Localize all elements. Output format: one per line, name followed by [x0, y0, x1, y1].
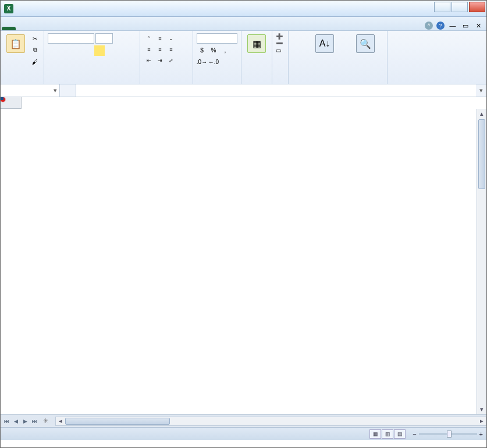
save-button[interactable] [16, 4, 25, 13]
name-box[interactable]: ▾ [1, 84, 60, 97]
increase-decimal-button[interactable]: .0→ [197, 56, 207, 67]
italic-button[interactable] [59, 45, 70, 56]
zoom-thumb[interactable] [447, 431, 452, 438]
shrink-font-button[interactable] [126, 33, 136, 44]
comma-button[interactable]: , [220, 45, 230, 55]
number-format-combo[interactable] [197, 33, 237, 44]
doc-close-button[interactable]: ✕ [474, 21, 483, 30]
editing-group-label [292, 81, 383, 83]
fill-button[interactable] [292, 44, 303, 55]
align-middle-button[interactable]: ≡ [155, 33, 165, 44]
doc-restore-button[interactable]: ▭ [461, 21, 470, 30]
fill-color-button[interactable] [94, 45, 105, 56]
vscroll-thumb[interactable] [478, 119, 485, 189]
decrease-decimal-button[interactable]: ←.0 [208, 56, 219, 67]
zoom-out-button[interactable]: − [413, 431, 416, 438]
styles-icon: ▦ [247, 34, 266, 53]
tab-prev-button[interactable]: ◀ [11, 417, 20, 426]
chevron-down-icon: ▾ [54, 87, 57, 94]
status-bar: ▦ ▥ ▤ − + [1, 427, 486, 440]
quick-access-toolbar [16, 4, 62, 13]
zoom-slider[interactable] [419, 433, 477, 435]
find-select-button[interactable]: 🔍 [347, 33, 383, 55]
font-group-label [48, 81, 136, 83]
scroll-up-button[interactable]: ▴ [477, 109, 486, 119]
scroll-left-button[interactable]: ◂ [56, 417, 65, 425]
styles-group: ▦ [241, 31, 272, 84]
format-painter-button[interactable]: 🖌 [30, 56, 40, 67]
sort-filter-icon: A↓ [315, 34, 334, 53]
insert-cells-button[interactable]: ➕ [276, 33, 285, 40]
insert-function-button[interactable] [60, 84, 76, 97]
grow-font-button[interactable] [114, 33, 125, 44]
qat-more-button[interactable] [52, 4, 62, 13]
font-name-combo[interactable] [48, 33, 94, 44]
sort-filter-button[interactable]: A↓ [305, 33, 344, 55]
clipboard-group: 📋 ✂ ⧉ 🖌 [1, 31, 44, 84]
cut-button[interactable]: ✂ [30, 33, 40, 44]
vertical-scrollbar[interactable]: ▴ ▾ [477, 109, 486, 414]
cells-group: ➕ ➖ ▭ [272, 31, 289, 84]
border-button[interactable] [83, 45, 93, 56]
help-icon[interactable]: ? [436, 22, 445, 30]
underline-button[interactable] [71, 45, 81, 56]
styles-button[interactable]: ▦ [245, 33, 268, 55]
scroll-down-button[interactable]: ▾ [477, 404, 486, 414]
wrap-text-button[interactable] [179, 33, 189, 44]
ribbon-minimize-icon[interactable]: ^ [425, 22, 433, 30]
paste-icon: 📋 [6, 34, 25, 53]
ribbon-right: ^ ? — ▭ ✕ [425, 21, 486, 30]
align-bottom-button[interactable]: ⌄ [166, 33, 176, 44]
bold-button[interactable] [48, 45, 58, 56]
normal-view-button[interactable]: ▦ [369, 429, 381, 439]
format-icon: ▭ [276, 47, 281, 54]
scroll-right-button[interactable]: ▸ [477, 417, 486, 425]
close-button[interactable] [469, 2, 485, 12]
delete-cells-button[interactable]: ➖ [276, 40, 285, 47]
tab-first-button[interactable]: ⏮ [2, 417, 11, 426]
window-controls [434, 2, 485, 12]
percent-button[interactable]: % [208, 45, 219, 55]
font-size-combo[interactable] [95, 33, 113, 44]
tab-last-button[interactable]: ⏭ [30, 417, 39, 426]
find-icon: 🔍 [356, 34, 375, 53]
number-group-label [197, 81, 237, 83]
new-sheet-button[interactable]: ✳ [40, 417, 51, 425]
select-all-corner[interactable] [1, 97, 22, 109]
tab-next-button[interactable]: ▶ [20, 417, 30, 426]
maximize-button[interactable] [452, 2, 468, 12]
page-break-view-button[interactable]: ▤ [394, 429, 406, 439]
align-center-button[interactable]: ≡ [155, 44, 165, 55]
cells-group-label [276, 81, 285, 83]
indent-inc-button[interactable]: ⇥ [155, 55, 165, 66]
alignment-group-label [144, 81, 189, 83]
redo-button[interactable] [40, 4, 49, 13]
format-cells-button[interactable]: ▭ [276, 47, 285, 54]
view-buttons: ▦ ▥ ▤ [369, 429, 406, 439]
font-color-button[interactable] [106, 45, 116, 56]
orientation-button[interactable]: ⤢ [166, 55, 176, 66]
zoom-in-button[interactable]: + [479, 431, 483, 438]
doc-minimize-button[interactable]: — [448, 21, 457, 30]
currency-button[interactable]: $ [197, 45, 207, 55]
merge-button[interactable] [179, 45, 189, 55]
autosum-button[interactable] [292, 33, 303, 44]
indent-dec-button[interactable]: ⇤ [144, 55, 154, 66]
formula-input[interactable] [76, 84, 476, 97]
clear-button[interactable] [292, 55, 303, 66]
expand-formula-bar-button[interactable]: ▾ [476, 84, 486, 97]
align-right-button[interactable]: ≡ [166, 44, 176, 55]
undo-button[interactable] [28, 4, 37, 13]
align-top-button[interactable]: ⌃ [144, 33, 154, 44]
hscroll-thumb[interactable] [65, 418, 170, 425]
copy-button[interactable]: ⧉ [30, 45, 40, 55]
horizontal-scrollbar[interactable]: ◂ ▸ [55, 417, 486, 426]
align-left-button[interactable]: ≡ [144, 44, 154, 55]
styles-group-label [245, 81, 268, 83]
file-tab[interactable] [2, 27, 16, 30]
formula-bar-row: ▾ ▾ [1, 84, 486, 97]
paste-button[interactable]: 📋 [4, 33, 27, 55]
page-layout-view-button[interactable]: ▥ [382, 429, 393, 439]
minimize-button[interactable] [434, 2, 450, 12]
font-group [44, 31, 140, 84]
